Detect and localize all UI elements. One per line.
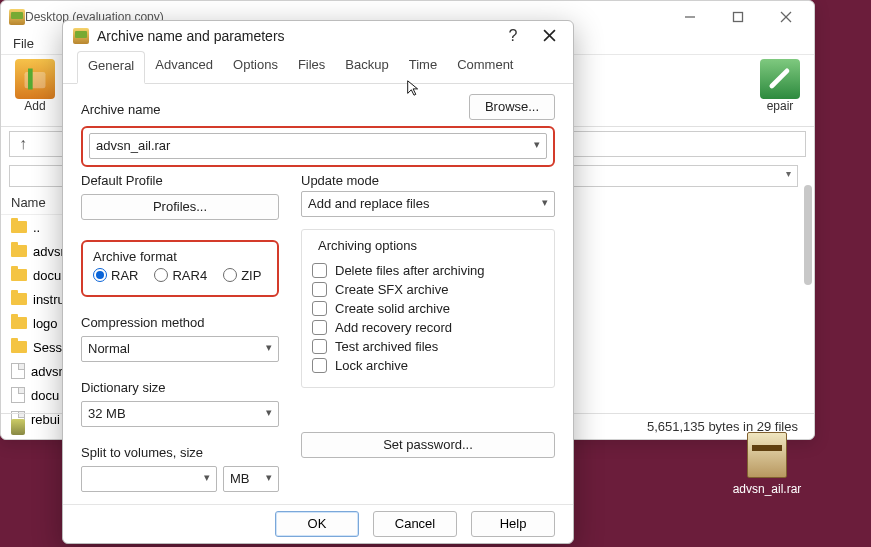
folder-icon [11, 317, 27, 329]
tab-time[interactable]: Time [399, 51, 447, 83]
scrollbar-thumb[interactable] [804, 185, 812, 285]
dialog-close-icon[interactable] [535, 22, 563, 50]
toolbar-repair[interactable]: epair [754, 59, 806, 113]
file-name: Sessi [33, 340, 65, 355]
archive-format-label: Archive format [93, 249, 267, 264]
file-name: docu [33, 268, 61, 283]
split-volumes-label: Split to volumes, size [81, 445, 279, 460]
set-password-button[interactable]: Set password... [301, 432, 555, 458]
archiving-options-label: Archiving options [314, 238, 421, 253]
opt-create-sfx[interactable]: Create SFX archive [312, 282, 544, 297]
toolbar-add[interactable]: Add [9, 59, 61, 113]
browse-button[interactable]: Browse... [469, 94, 555, 120]
file-name: .. [33, 220, 40, 235]
desktop-file-label: advsn_ail.rar [733, 482, 802, 496]
archiving-options-group: Archiving options Delete files after arc… [301, 229, 555, 388]
dialog-footer: OK Cancel Help [63, 504, 573, 543]
profiles-button[interactable]: Profiles... [81, 194, 279, 220]
format-radio-rar[interactable]: RAR [93, 268, 138, 283]
folder-icon [11, 221, 27, 233]
format-radio-zip[interactable]: ZIP [223, 268, 261, 283]
file-icon [11, 387, 25, 403]
split-volumes-unit-select[interactable]: MB [223, 466, 279, 492]
desktop-file-advsn-ail[interactable]: advsn_ail.rar [722, 432, 812, 496]
add-archive-icon [15, 59, 55, 99]
close-button[interactable] [766, 3, 806, 31]
update-mode-label: Update mode [301, 173, 555, 188]
ok-button[interactable]: OK [275, 511, 359, 537]
dialog-app-icon [73, 28, 89, 44]
dialog-tabs: General Advanced Options Files Backup Ti… [63, 51, 573, 84]
opt-test-archived[interactable]: Test archived files [312, 339, 544, 354]
svg-rect-1 [734, 13, 743, 22]
file-name: logo [33, 316, 58, 331]
svg-rect-5 [28, 69, 33, 90]
file-name: advsn [31, 364, 66, 379]
dialog-title: Archive name and parameters [97, 28, 491, 44]
compression-method-select[interactable]: Normal [81, 336, 279, 362]
folder-icon [11, 293, 27, 305]
archive-name-highlight: advsn_ail.rar [81, 126, 555, 167]
svg-rect-4 [25, 72, 46, 88]
winrar-app-icon [9, 9, 25, 25]
maximize-button[interactable] [718, 3, 758, 31]
opt-lock-archive[interactable]: Lock archive [312, 358, 544, 373]
compression-method-label: Compression method [81, 315, 279, 330]
opt-create-solid[interactable]: Create solid archive [312, 301, 544, 316]
file-name: instru [33, 292, 65, 307]
tab-options[interactable]: Options [223, 51, 288, 83]
file-icon [11, 363, 25, 379]
minimize-button[interactable] [670, 3, 710, 31]
tab-comment[interactable]: Comment [447, 51, 523, 83]
opt-add-recovery[interactable]: Add recovery record [312, 320, 544, 335]
toolbar-repair-label: epair [767, 99, 794, 113]
archive-name-input[interactable]: advsn_ail.rar [89, 133, 547, 159]
split-volumes-size-input[interactable] [81, 466, 217, 492]
format-radio-rar4[interactable]: RAR4 [154, 268, 207, 283]
archive-name-label: Archive name [81, 102, 160, 117]
dialog-help-icon[interactable]: ? [499, 22, 527, 50]
opt-delete-files[interactable]: Delete files after archiving [312, 263, 544, 278]
archive-format-highlight: Archive format RAR RAR4 ZIP [81, 240, 279, 297]
repair-icon [760, 59, 800, 99]
help-button[interactable]: Help [471, 511, 555, 537]
dictionary-size-select[interactable]: 32 MB [81, 401, 279, 427]
update-mode-select[interactable]: Add and replace files [301, 191, 555, 217]
up-folder-icon[interactable]: ↑ [10, 135, 36, 153]
file-name: docu [31, 388, 59, 403]
default-profile-label: Default Profile [81, 173, 279, 188]
folder-icon [11, 269, 27, 281]
tab-general[interactable]: General [77, 51, 145, 84]
menu-file[interactable]: File [5, 34, 42, 53]
tab-advanced[interactable]: Advanced [145, 51, 223, 83]
rar-file-icon [747, 432, 787, 478]
dialog-titlebar: Archive name and parameters ? [63, 21, 573, 51]
toolbar-add-label: Add [24, 99, 45, 113]
dictionary-size-label: Dictionary size [81, 380, 279, 395]
archive-parameters-dialog: Archive name and parameters ? General Ad… [62, 20, 574, 544]
archive-status-icon [11, 419, 25, 435]
folder-icon [11, 245, 27, 257]
cancel-button[interactable]: Cancel [373, 511, 457, 537]
folder-icon [11, 341, 27, 353]
tab-files[interactable]: Files [288, 51, 335, 83]
archive-name-value: advsn_ail.rar [96, 138, 170, 153]
tab-backup[interactable]: Backup [335, 51, 398, 83]
